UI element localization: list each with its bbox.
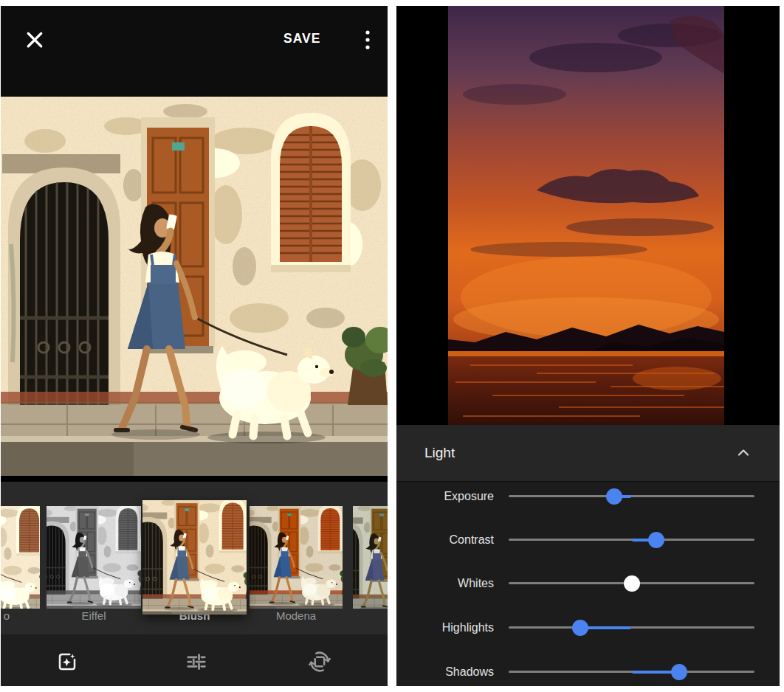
editor-filters-screen: SAVE o Eiffel Blush Modena xyxy=(1,6,388,686)
save-button[interactable]: SAVE xyxy=(283,31,320,46)
edited-photo-preview xyxy=(1,97,388,482)
tune-adjust-icon[interactable] xyxy=(185,651,207,673)
crop-rotate-icon[interactable] xyxy=(309,651,331,673)
slider-label: Exposure xyxy=(396,482,494,511)
exposure-slider[interactable] xyxy=(509,482,754,511)
slider-track xyxy=(509,495,754,497)
slider-thumb[interactable] xyxy=(572,620,588,636)
light-section-header[interactable]: Light xyxy=(396,425,780,481)
sunset-photo xyxy=(448,6,724,425)
more-options-icon[interactable] xyxy=(362,29,374,51)
slider-thumb[interactable] xyxy=(624,575,640,592)
street-scene-photo xyxy=(1,97,388,476)
filter-carousel[interactable]: o Eiffel Blush Modena xyxy=(1,482,388,634)
sunset-photo-preview xyxy=(448,6,724,425)
filter-label: Eiffel xyxy=(47,608,141,624)
slider-row-whites: Whites xyxy=(396,569,780,598)
filter-thumb-partial-right[interactable] xyxy=(353,506,388,609)
slider-thumb[interactable] xyxy=(671,664,687,680)
filter-label: Modena xyxy=(250,608,343,624)
slider-label: Contrast xyxy=(396,525,494,555)
photo-filter-icon[interactable] xyxy=(56,651,78,673)
slider-label: Shadows xyxy=(396,657,494,686)
filter-thumb-eiffel[interactable] xyxy=(47,506,141,609)
slider-label: Highlights xyxy=(396,613,494,643)
slider-row-shadows: Shadows xyxy=(396,657,780,686)
slider-row-contrast: Contrast xyxy=(396,525,780,555)
slider-thumb[interactable] xyxy=(648,532,664,548)
chevron-up-icon[interactable] xyxy=(735,444,752,462)
editor-topbar: SAVE xyxy=(1,6,388,97)
highlights-slider[interactable] xyxy=(509,613,754,643)
slider-row-highlights: Highlights xyxy=(396,613,780,643)
filter-thumb-partial-left[interactable] xyxy=(1,506,40,609)
slider-label: Whites xyxy=(396,569,494,598)
slider-thumb[interactable] xyxy=(606,488,622,505)
editor-bottom-toolbar xyxy=(1,634,388,686)
close-icon[interactable] xyxy=(24,29,46,51)
light-section-title: Light xyxy=(424,425,455,481)
shadows-slider[interactable] xyxy=(509,657,754,686)
light-sliders-panel: Exposure Contrast Whites High xyxy=(396,481,780,686)
filter-thumb-modena[interactable] xyxy=(250,506,343,609)
slider-row-exposure: Exposure xyxy=(396,482,780,511)
editor-adjust-screen: Light Exposure Contrast Whites xyxy=(396,6,780,686)
contrast-slider[interactable] xyxy=(509,525,754,555)
filter-thumb-blush-selected[interactable] xyxy=(142,500,247,615)
filter-label: o xyxy=(1,608,13,624)
whites-slider[interactable] xyxy=(509,569,754,598)
slider-track xyxy=(509,626,754,629)
